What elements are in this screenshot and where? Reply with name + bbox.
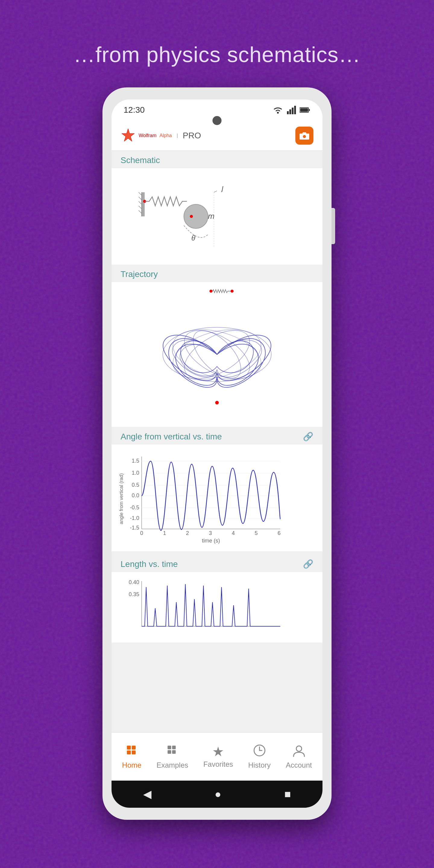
svg-line-23 (214, 191, 217, 192)
svg-text:θ: θ (191, 234, 195, 242)
svg-text:1: 1 (163, 530, 166, 536)
home-button[interactable]: ● (215, 788, 221, 801)
svg-rect-64 (127, 746, 131, 749)
length-vs-time-chart: 0.40 0.35 (118, 578, 292, 638)
schematic-header: Schematic (112, 151, 322, 168)
top-bar: WolframAlpha|PRO (112, 121, 322, 151)
logo-pro: PRO (183, 131, 201, 141)
nav-label-favorites: Favorites (204, 760, 233, 769)
svg-text:1.0: 1.0 (132, 470, 139, 476)
camera-hole (213, 116, 221, 125)
svg-rect-2 (289, 110, 291, 114)
svg-rect-71 (172, 750, 176, 754)
svg-rect-70 (167, 750, 171, 754)
system-nav: ◀ ● ■ (112, 781, 322, 808)
svg-line-15 (138, 206, 142, 209)
angle-vs-time-label: Angle from vertical vs. time (121, 432, 222, 441)
svg-text:0.5: 0.5 (132, 482, 139, 488)
svg-text:6: 6 (278, 530, 281, 536)
logo-container: WolframAlpha|PRO (121, 128, 201, 143)
nav-label-account: Account (286, 761, 312, 770)
svg-text:-1.5: -1.5 (130, 525, 139, 531)
svg-point-28 (230, 290, 234, 293)
svg-text:4: 4 (232, 530, 235, 536)
svg-rect-3 (292, 107, 293, 114)
phone-shell: 12:30 (102, 87, 332, 820)
svg-line-12 (138, 192, 142, 195)
link-icon-angle[interactable]: 🔗 (303, 432, 313, 441)
length-vs-time-section: Length vs. time 🔗 0.40 0.35 (112, 554, 322, 646)
nav-label-examples: Examples (156, 761, 188, 770)
svg-text:0.0: 0.0 (132, 493, 139, 498)
background-headline: …from physics schematics… (0, 42, 434, 67)
angle-vs-time-header: Angle from vertical vs. time 🔗 (112, 427, 322, 444)
phone-screen: 12:30 (112, 99, 322, 808)
angle-chart-card: angle from vertical (rad) 1.5 1.0 0.5 0.… (112, 444, 322, 551)
signal-icon (287, 106, 296, 114)
nav-label-home: Home (122, 761, 141, 770)
battery-icon (300, 107, 310, 113)
history-icon (253, 744, 266, 759)
svg-point-18 (184, 204, 208, 228)
svg-rect-10 (142, 192, 145, 216)
examples-icon (166, 744, 179, 759)
svg-text:angle from vertical (rad): angle from vertical (rad) (119, 473, 124, 524)
svg-text:5: 5 (255, 530, 258, 536)
angle-vs-time-section: Angle from vertical vs. time 🔗 angle fro… (112, 427, 322, 554)
length-chart-card: 0.40 0.35 (112, 572, 322, 643)
svg-text:-0.5: -0.5 (130, 504, 139, 510)
nav-label-history: History (248, 761, 271, 770)
svg-text:0: 0 (140, 530, 143, 536)
svg-rect-67 (132, 750, 135, 754)
angle-vs-time-chart: angle from vertical (rad) 1.5 1.0 0.5 0.… (118, 451, 292, 547)
nav-item-examples[interactable]: Examples (150, 741, 194, 772)
back-button[interactable]: ◀ (143, 788, 152, 801)
svg-point-27 (210, 290, 213, 293)
svg-text:l: l (221, 185, 223, 193)
svg-point-19 (190, 215, 193, 218)
status-icons (273, 106, 310, 114)
svg-rect-65 (132, 746, 135, 749)
svg-point-75 (296, 746, 302, 751)
svg-rect-7 (300, 108, 308, 112)
svg-rect-68 (167, 746, 171, 749)
recent-button[interactable]: ■ (284, 788, 291, 801)
scroll-content[interactable]: Schematic (112, 151, 322, 733)
trajectory-diagram (130, 288, 304, 421)
svg-text:1.5: 1.5 (132, 458, 139, 464)
length-vs-time-label: Length vs. time (121, 559, 178, 569)
schematic-card: m l θ (112, 168, 322, 265)
trajectory-header: Trajectory (112, 265, 322, 282)
svg-rect-1 (287, 111, 289, 114)
status-time: 12:30 (124, 105, 145, 115)
trajectory-card (112, 282, 322, 427)
schematic-diagram: m l θ (133, 174, 301, 258)
wolfram-star-icon (121, 128, 135, 143)
svg-text:time (s): time (s) (202, 538, 220, 544)
length-vs-time-header: Length vs. time 🔗 (112, 554, 322, 572)
nav-item-home[interactable]: Home (116, 741, 147, 772)
svg-rect-4 (294, 106, 296, 114)
svg-text:m: m (208, 212, 215, 221)
account-icon (292, 744, 306, 759)
nav-item-history[interactable]: History (242, 741, 277, 772)
svg-line-16 (138, 210, 142, 213)
wifi-icon (273, 106, 283, 114)
phone-device: 12:30 (102, 87, 332, 820)
svg-text:0.40: 0.40 (129, 579, 139, 585)
svg-rect-69 (172, 746, 176, 749)
svg-marker-8 (122, 129, 134, 141)
favorites-icon: ★ (212, 745, 224, 758)
camera-icon (299, 131, 310, 140)
svg-rect-66 (127, 750, 131, 754)
svg-text:-1.0: -1.0 (130, 515, 139, 521)
nav-item-account[interactable]: Account (280, 741, 318, 772)
camera-button[interactable] (296, 127, 313, 145)
bottom-nav: Home Examples ★ (112, 733, 322, 781)
link-icon-length[interactable]: 🔗 (303, 559, 313, 569)
svg-point-35 (215, 401, 219, 404)
svg-text:0.35: 0.35 (129, 591, 139, 597)
logo-alpha: Alpha (159, 133, 172, 138)
nav-item-favorites[interactable]: ★ Favorites (197, 742, 239, 772)
logo-divider: | (177, 133, 178, 138)
